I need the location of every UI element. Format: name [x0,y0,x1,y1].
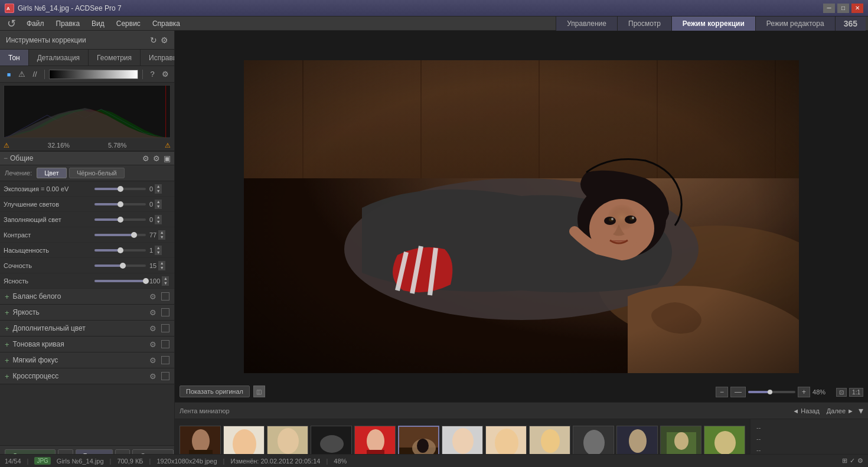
brush-icon[interactable]: // [30,69,40,80]
tone-curve-gear-icon[interactable]: ⚙ [149,340,156,349]
menu-help[interactable]: Справка [146,18,186,29]
zoom-fit2-button[interactable]: ⊡ [836,388,847,397]
brightness-checkbox[interactable] [161,308,169,316]
treat-tab-bw[interactable]: Чёрно-белый [69,168,125,178]
crossprocess-gear-icon[interactable]: ⚙ [149,372,156,381]
slider-contrast-thumb[interactable] [131,232,137,238]
contrast-down[interactable]: ▼ [158,235,165,240]
slider-exposure-track[interactable] [94,188,146,190]
menu-view[interactable]: Вид [86,18,110,29]
image-container[interactable]: Показать оригинал ◫ − — + 48% ⊡ 1:1 [175,31,868,402]
panel-scroll[interactable]: Экспозиция = 0.00 eV 0 ▲ ▼ [0,181,174,445]
nav-view[interactable]: Просмотр [617,17,671,31]
menu-service[interactable]: Сервис [110,18,146,29]
warning-icon[interactable]: ⚠ [17,69,27,80]
extra-color-gear-icon[interactable]: ⚙ [149,324,156,333]
contrast-spinner[interactable]: ▲ ▼ [158,230,165,240]
soft-focus-checkbox[interactable] [161,356,169,364]
slider-clarity-track[interactable] [94,280,146,282]
settings-icon[interactable]: ⚙ [161,35,168,45]
refresh-icon[interactable]: ↻ [150,35,157,45]
fill-spinner[interactable]: ▲ ▼ [155,215,162,224]
collapse-icon[interactable]: − [4,154,8,162]
tone-curve-checkbox[interactable] [161,340,169,348]
help-icon[interactable]: ? [147,69,158,80]
exposure-spinner[interactable]: ▲ ▼ [155,184,162,194]
slider-fill-thumb[interactable] [118,217,123,223]
thumb-next-button[interactable]: Далее ► [827,407,854,414]
section-panel-icon[interactable]: ▣ [164,154,171,163]
statusbar-check-icon[interactable]: ✓ [850,457,855,465]
slider-exposure-thumb[interactable] [118,186,123,192]
exposure-up[interactable]: ▲ [155,184,162,189]
thumb-dropdown-icon[interactable]: ▾ [859,405,863,416]
white-balance-header[interactable]: + Баланс белого ⚙ [0,289,174,304]
wb-gear-icon[interactable]: ⚙ [149,292,156,301]
wb-checkbox[interactable] [161,292,169,301]
zoom-1to1-button[interactable]: 1:1 [849,388,863,397]
extra-color-header[interactable]: + Дополнительный цвет ⚙ [0,321,174,336]
nav-correction[interactable]: Режим коррекции [671,17,755,31]
slider-highlight-track[interactable] [94,203,146,205]
nav-manage[interactable]: Управление [556,17,617,31]
color-icon[interactable]: ■ [4,69,14,80]
brightness-gear-icon[interactable]: ⚙ [149,308,156,317]
crossprocess-checkbox[interactable] [161,372,169,380]
minimize-button[interactable]: ─ [823,4,835,13]
tab-detail[interactable]: Детализация [29,50,89,66]
clarity-spinner[interactable]: ▲ ▼ [162,276,169,286]
slider-saturation-track[interactable] [94,249,146,252]
compare-icon[interactable]: ◫ [253,386,265,397]
tab-ton[interactable]: Тон [0,50,29,66]
tab-fix[interactable]: Исправить [141,50,175,66]
nav-editor[interactable]: Режим редактора [755,17,835,31]
clarity-up[interactable]: ▲ [162,276,169,281]
thumb-prev-button[interactable]: ◄ Назад [792,407,819,414]
slider-vibrance-thumb[interactable] [120,263,126,269]
zoom-fit-button[interactable]: — [730,387,746,397]
nav-days[interactable]: 365 [835,17,866,31]
fill-down[interactable]: ▼ [155,220,162,224]
maximize-button[interactable]: □ [837,4,849,13]
contrast-up[interactable]: ▲ [158,230,165,235]
treat-tab-color[interactable]: Цвет [37,168,67,178]
crossprocess-header[interactable]: + Кросспроцесс ⚙ [0,368,174,384]
fill-up[interactable]: ▲ [155,215,162,220]
gear-icon[interactable]: ⚙ [160,69,171,80]
slider-highlight-thumb[interactable] [118,201,123,207]
saturation-up[interactable]: ▲ [155,246,162,250]
menu-edit[interactable]: Правка [50,18,86,29]
statusbar-grid-icon[interactable]: ⊞ [842,457,847,465]
clarity-down[interactable]: ▼ [162,281,169,286]
slider-vibrance-track[interactable] [94,264,146,267]
highlight-up[interactable]: ▲ [155,200,162,204]
tone-curve-header[interactable]: + Тоновая кривая ⚙ [0,337,174,352]
zoom-slider[interactable] [748,391,795,393]
saturation-spinner[interactable]: ▲ ▼ [155,246,162,255]
vibrance-spinner[interactable]: ▲ ▼ [158,261,165,270]
tab-geometry[interactable]: Геометрия [89,50,141,66]
close-button[interactable]: ✕ [851,4,863,13]
section-settings-icon[interactable]: ⚙ [153,154,160,163]
show-original-button[interactable]: Показать оригинал [180,386,250,397]
saturation-down[interactable]: ▼ [155,250,162,255]
section-gear-icon[interactable]: ⚙ [142,154,149,163]
zoom-out-button[interactable]: − [716,387,728,397]
slider-saturation-thumb[interactable] [118,247,123,253]
back-button[interactable]: ↺ [2,15,21,32]
soft-focus-gear-icon[interactable]: ⚙ [149,356,156,365]
brightness-header[interactable]: + Яркость ⚙ [0,305,174,320]
highlight-down[interactable]: ▼ [155,204,162,209]
slider-clarity-thumb[interactable] [143,278,149,284]
exposure-down[interactable]: ▼ [155,189,162,194]
slider-fill-track[interactable] [94,218,146,221]
highlight-spinner[interactable]: ▲ ▼ [155,200,162,209]
slider-contrast-track[interactable] [94,234,146,236]
menu-file[interactable]: Файл [21,18,50,29]
zoom-in-button[interactable]: + [798,387,810,397]
extra-color-checkbox[interactable] [161,324,169,332]
vibrance-down[interactable]: ▼ [158,266,165,270]
statusbar-settings-icon[interactable]: ⚙ [857,457,863,465]
zoom-slider-thumb[interactable] [768,390,772,394]
soft-focus-header[interactable]: + Мягкий фокус ⚙ [0,352,174,368]
